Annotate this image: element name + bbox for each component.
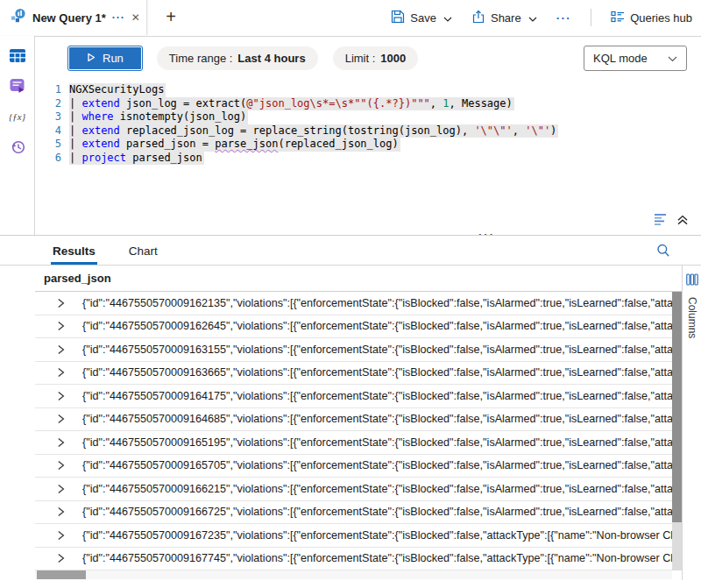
line-number: 6 [35,152,61,166]
tab-more-button[interactable]: ··· [112,11,125,24]
expand-row-icon[interactable] [57,530,66,541]
share-icon [471,10,485,26]
queries-hub-button[interactable]: Queries hub [611,11,692,25]
code-line[interactable]: 3| where isnotempty(json_log) [35,110,701,124]
left-sidebar: {ƒx} [0,36,35,235]
expand-row-icon[interactable] [57,344,66,355]
time-range-label: Time range : [169,52,233,65]
kql-mode-value: KQL mode [593,52,648,65]
save-icon [391,10,405,26]
grid-rows: {"id":"4467550570009162135","violations"… [35,292,672,570]
adx-app-icon [11,8,26,27]
columns-icon [686,273,698,289]
line-number: 3 [35,110,61,124]
row-json-value: {"id":"4467550570009166725","violations"… [82,506,672,518]
time-range-value: Last 4 hours [237,52,305,65]
expand-row-icon[interactable] [57,367,66,378]
code-text: | project parsed_json [69,152,204,166]
tab-results[interactable]: Results [51,239,97,265]
code-editor[interactable]: 1NGXSecurityLogs2| extend json_log = ext… [35,83,701,209]
table-row[interactable]: {"id":"4467550570009167745","violations"… [35,548,672,571]
share-label: Share [491,11,521,25]
play-icon [87,52,96,65]
code-lines: 1NGXSecurityLogs2| extend json_log = ext… [35,83,701,165]
expand-row-icon[interactable] [57,507,66,517]
collapse-editor-icon[interactable] [676,214,689,230]
table-row[interactable]: {"id":"4467550570009166215","violations"… [35,478,672,501]
run-button[interactable]: Run [68,46,142,70]
expand-row-icon[interactable] [57,414,66,424]
code-line[interactable]: 6| project parsed_json [35,152,701,166]
table-row[interactable]: {"id":"4467550570009162645","violations"… [35,315,672,339]
table-row[interactable]: {"id":"4467550570009163665","violations"… [35,362,672,386]
columns-panel-label: Columns [686,297,698,338]
tab-chart[interactable]: Chart [127,239,159,265]
row-json-value: {"id":"4467550570009165705","violations"… [82,459,672,471]
horizontal-scrollbar[interactable] [35,570,672,579]
top-actions: Save Share ··· Q [391,0,692,35]
code-line[interactable]: 5| extend parsed_json = parse_json(repla… [35,138,701,152]
column-header-parsed-json[interactable]: parsed_json [35,266,682,292]
limit-pill[interactable]: Limit : 1000 [333,46,419,70]
table-row[interactable]: {"id":"4467550570009165705","violations"… [35,455,672,478]
time-range-pill[interactable]: Time range : Last 4 hours [157,46,318,70]
table-explorer-icon[interactable] [8,46,27,64]
expand-row-icon[interactable] [57,298,66,308]
search-results-button[interactable] [655,243,671,262]
query-panel: Run Time range : Last 4 hours Limit : 10… [35,36,701,235]
chevron-down-icon [668,52,677,65]
code-line[interactable]: 4| extend replaced_json_log = replace_st… [35,124,701,138]
row-json-value: {"id":"4467550570009166215","violations"… [82,483,672,495]
kql-mode-select[interactable]: KQL mode [584,46,687,71]
row-json-value: {"id":"4467550570009162645","violations"… [82,320,672,332]
vertical-scrollbar[interactable] [672,292,682,570]
table-row[interactable]: {"id":"4467550570009167235","violations"… [35,524,672,548]
code-line[interactable]: 2| extend json_log = extract(@"json_log\… [35,97,701,111]
save-label: Save [410,11,436,25]
columns-panel-collapsed[interactable]: Columns [682,266,701,580]
table-row[interactable]: {"id":"4467550570009163155","violations"… [35,338,672,362]
new-tab-button[interactable]: + [159,6,182,29]
expand-row-icon[interactable] [57,437,66,448]
row-json-value: {"id":"4467550570009167745","violations"… [82,552,672,564]
expand-row-icon[interactable] [57,484,66,494]
limit-label: Limit : [345,52,376,65]
line-number: 4 [35,124,61,138]
limit-value: 1000 [380,52,406,65]
more-actions-button[interactable]: ··· [556,11,572,25]
top-tab-bar: New Query 1* ··· ✕ + Save Share [0,0,701,36]
horizontal-scrollbar-thumb[interactable] [37,570,86,579]
code-text: NGXSecurityLogs [69,83,166,97]
expand-row-icon[interactable] [57,553,66,563]
tab-close-icon[interactable]: ✕ [131,11,140,24]
queries-hub-label: Queries hub [630,11,692,25]
vertical-scrollbar-thumb[interactable] [672,292,682,522]
table-row[interactable]: {"id":"4467550570009164685","violations"… [35,408,672,432]
expand-row-icon[interactable] [57,460,66,471]
expand-row-icon[interactable] [57,391,66,401]
divider [591,9,591,26]
save-button[interactable]: Save [391,10,452,26]
code-text: | where isnotempty(json_log) [69,110,248,124]
results-tab-bar: Results Chart [0,236,701,266]
row-json-value: {"id":"4467550570009163665","violations"… [82,366,672,379]
sample-queries-icon[interactable] [8,77,27,95]
line-number: 2 [35,97,61,111]
table-row[interactable]: {"id":"4467550570009164175","violations"… [35,385,672,408]
table-row[interactable]: {"id":"4467550570009162135","violations"… [35,292,672,315]
row-json-value: {"id":"4467550570009163155","violations"… [82,344,672,356]
row-json-value: {"id":"4467550570009162135","violations"… [82,297,672,309]
history-icon[interactable] [8,138,27,156]
code-text: | extend parsed_json = parse_json(replac… [69,138,400,152]
functions-icon[interactable]: {ƒx} [8,108,27,125]
format-lines-icon[interactable] [653,213,668,230]
table-row[interactable]: {"id":"4467550570009166725","violations"… [35,501,672,525]
code-line[interactable]: 1NGXSecurityLogs [35,83,701,97]
row-json-value: {"id":"4467550570009164685","violations"… [82,413,672,425]
table-row[interactable]: {"id":"4467550570009165195","violations"… [35,431,672,455]
expand-row-icon[interactable] [57,321,66,331]
query-tab[interactable]: New Query 1* ··· ✕ [0,0,147,35]
share-button[interactable]: Share [471,10,537,26]
tab-title: New Query 1* [32,11,106,25]
results-panel: Results Chart parsed_json {"id":"4467550… [0,235,701,588]
